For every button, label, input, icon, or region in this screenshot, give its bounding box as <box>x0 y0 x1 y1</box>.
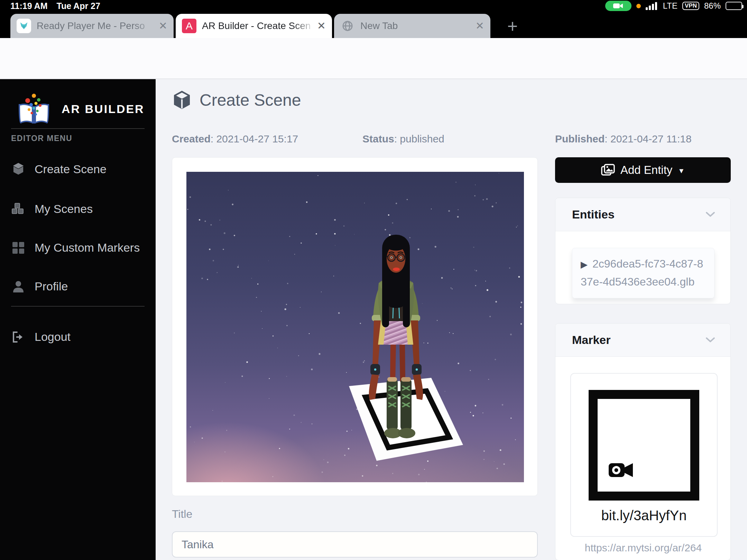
marker-full-url: https://ar.mytsi.org/ar/264 <box>555 542 731 554</box>
ar-marker-image <box>589 390 699 501</box>
chevron-down-icon <box>706 212 715 218</box>
scene-preview-card <box>172 157 538 496</box>
sidebar-item-profile[interactable]: Profile <box>11 280 68 293</box>
video-call-indicator-pill <box>605 1 631 11</box>
marker-image-card: bit.ly/3aHyfYn <box>570 373 718 537</box>
browser-tab-strip: Ready Player Me - Perso ✕ A AR Builder -… <box>0 12 747 38</box>
video-camera-icon <box>609 460 634 481</box>
title-field-label: Title <box>172 508 192 521</box>
sidebar-item-label: Logout <box>35 330 71 344</box>
page-header: Create Scene <box>172 90 301 110</box>
network-type: LTE <box>663 1 677 11</box>
ipad-screen: 11:19 AM Tue Apr 27 LTE VPN 86% <box>0 0 747 560</box>
tab-close-icon[interactable]: ✕ <box>476 21 484 31</box>
sidebar-section-label: EDITOR MENU <box>11 134 72 143</box>
sidebar-item-create-scene[interactable]: Create Scene <box>11 162 107 176</box>
marker-panel: Marker <box>555 323 731 560</box>
sidebar-divider <box>11 306 145 307</box>
status-date: Tue Apr 27 <box>56 1 100 11</box>
title-input[interactable] <box>172 531 538 558</box>
ar-builder-logo <box>16 93 52 125</box>
brand-title: AR BUILDER <box>62 102 145 116</box>
sidebar-item-label: My Scenes <box>35 202 93 216</box>
published-meta: Published: 2021-04-27 11:18 <box>555 133 692 145</box>
chevron-down-icon <box>706 337 715 343</box>
scene-preview[interactable] <box>186 172 524 482</box>
new-tab-button[interactable]: + <box>502 18 523 35</box>
images-icon <box>601 164 615 176</box>
sidebar-item-label: Create Scene <box>35 162 107 176</box>
entity-filename: 2c96dea5-fc73-4c87-837e-4d5436e3ee04.glb <box>581 258 703 288</box>
ar-builder-favicon: A <box>182 19 196 33</box>
tab-new-tab[interactable]: New Tab ✕ <box>334 14 490 38</box>
tab-ready-player-me[interactable]: Ready Player Me - Perso ✕ <box>10 14 174 38</box>
tab-ar-builder[interactable]: A AR Builder - Create Scen ✕ <box>176 14 332 38</box>
logout-icon <box>11 331 26 343</box>
microphone-in-use-dot <box>636 4 641 8</box>
stars <box>187 173 523 482</box>
cubes-stack-icon <box>11 203 26 216</box>
entities-panel: Entities ▶2c96dea5-fc73-4c87-837e-4d5436… <box>555 198 731 304</box>
play-expand-icon[interactable]: ▶ <box>581 259 588 270</box>
marker-short-url: bit.ly/3aHyfYn <box>571 508 717 523</box>
main-area: Create Scene Created: 2021-04-27 15:17 S… <box>156 79 555 560</box>
page-content: AR BUILDER EDITOR MENU Create Scene My S… <box>0 79 747 560</box>
created-meta: Created: 2021-04-27 15:17 <box>172 133 298 145</box>
battery-icon <box>726 2 742 10</box>
right-panel: Published: 2021-04-27 11:18 Add Entity ▼… <box>555 79 731 560</box>
entity-item[interactable]: ▶2c96dea5-fc73-4c87-837e-4d5436e3ee04.gl… <box>572 248 714 298</box>
sidebar-item-logout[interactable]: Logout <box>11 330 71 344</box>
sidebar-item-my-scenes[interactable]: My Scenes <box>11 202 93 216</box>
browser-toolbar: ar.mytsi.org 3 <box>0 38 747 79</box>
vpn-badge: VPN <box>682 2 699 10</box>
signal-bars-icon <box>646 1 658 10</box>
wolf-favicon <box>17 19 31 33</box>
globe-favicon <box>340 19 355 33</box>
sidebar-item-my-custom-markers[interactable]: My Custom Markers <box>11 241 140 254</box>
tab-close-icon[interactable]: ✕ <box>317 21 326 31</box>
status-bar: 11:19 AM Tue Apr 27 LTE VPN 86% <box>0 0 747 12</box>
tab-title: Ready Player Me - Perso <box>37 20 155 31</box>
cube-icon <box>172 90 192 110</box>
tab-title: AR Builder - Create Scen <box>202 20 314 31</box>
marker-panel-header[interactable]: Marker <box>555 324 730 357</box>
person-icon <box>11 280 26 293</box>
sidebar-item-label: My Custom Markers <box>35 241 140 254</box>
sidebar-divider <box>11 128 145 129</box>
video-camera-icon <box>612 2 624 9</box>
entities-panel-header[interactable]: Entities <box>555 198 730 231</box>
tab-close-icon[interactable]: ✕ <box>159 21 167 31</box>
page-title: Create Scene <box>200 91 301 110</box>
sidebar: AR BUILDER EDITOR MENU Create Scene My S… <box>0 79 156 560</box>
grid-icon <box>11 241 26 254</box>
tab-title: New Tab <box>360 20 472 31</box>
status-meta: Status: published <box>362 133 444 145</box>
sidebar-item-label: Profile <box>35 280 68 293</box>
battery-percent: 86% <box>704 1 721 11</box>
cube-icon <box>11 162 26 176</box>
add-entity-button[interactable]: Add Entity ▼ <box>555 157 731 183</box>
caret-down-icon: ▼ <box>678 167 685 175</box>
status-time: 11:19 AM <box>10 1 47 11</box>
